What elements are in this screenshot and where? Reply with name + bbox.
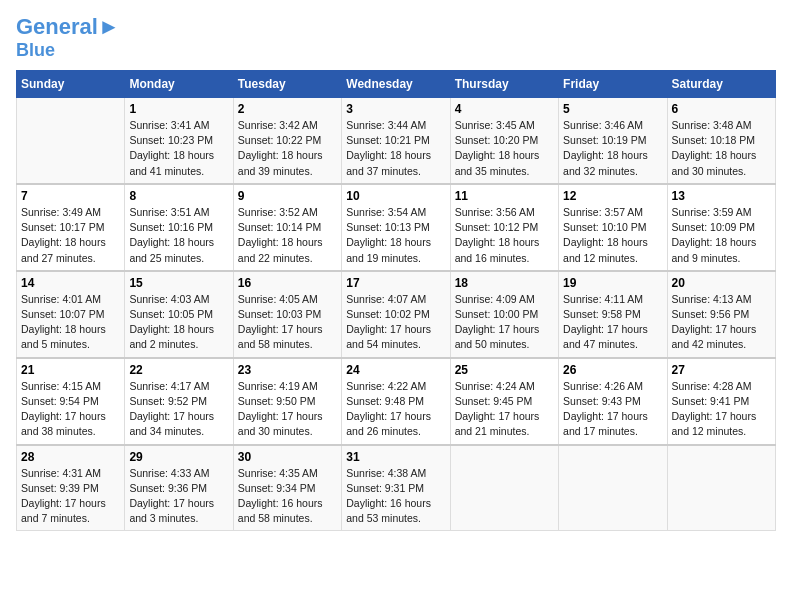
day-info: Sunrise: 3:44 AM Sunset: 10:21 PM Daylig… bbox=[346, 118, 445, 179]
day-info: Sunrise: 4:09 AM Sunset: 10:00 PM Daylig… bbox=[455, 292, 554, 353]
calendar-cell: 1Sunrise: 3:41 AM Sunset: 10:23 PM Dayli… bbox=[125, 98, 233, 184]
day-info: Sunrise: 3:41 AM Sunset: 10:23 PM Daylig… bbox=[129, 118, 228, 179]
calendar-cell: 26Sunrise: 4:26 AM Sunset: 9:43 PM Dayli… bbox=[559, 358, 667, 445]
calendar-cell: 15Sunrise: 4:03 AM Sunset: 10:05 PM Dayl… bbox=[125, 271, 233, 358]
calendar-cell: 12Sunrise: 3:57 AM Sunset: 10:10 PM Dayl… bbox=[559, 184, 667, 271]
day-number: 14 bbox=[21, 276, 120, 290]
day-number: 27 bbox=[672, 363, 771, 377]
day-number: 9 bbox=[238, 189, 337, 203]
calendar-cell: 18Sunrise: 4:09 AM Sunset: 10:00 PM Dayl… bbox=[450, 271, 558, 358]
day-number: 22 bbox=[129, 363, 228, 377]
day-number: 12 bbox=[563, 189, 662, 203]
calendar-cell bbox=[450, 445, 558, 531]
calendar-cell: 7Sunrise: 3:49 AM Sunset: 10:17 PM Dayli… bbox=[17, 184, 125, 271]
day-number: 20 bbox=[672, 276, 771, 290]
day-number: 2 bbox=[238, 102, 337, 116]
day-info: Sunrise: 3:52 AM Sunset: 10:14 PM Daylig… bbox=[238, 205, 337, 266]
header-monday: Monday bbox=[125, 71, 233, 98]
day-number: 21 bbox=[21, 363, 120, 377]
day-info: Sunrise: 3:54 AM Sunset: 10:13 PM Daylig… bbox=[346, 205, 445, 266]
calendar-cell: 9Sunrise: 3:52 AM Sunset: 10:14 PM Dayli… bbox=[233, 184, 341, 271]
day-number: 6 bbox=[672, 102, 771, 116]
day-info: Sunrise: 3:49 AM Sunset: 10:17 PM Daylig… bbox=[21, 205, 120, 266]
day-number: 25 bbox=[455, 363, 554, 377]
day-info: Sunrise: 4:38 AM Sunset: 9:31 PM Dayligh… bbox=[346, 466, 445, 527]
week-row-2: 7Sunrise: 3:49 AM Sunset: 10:17 PM Dayli… bbox=[17, 184, 776, 271]
day-info: Sunrise: 3:42 AM Sunset: 10:22 PM Daylig… bbox=[238, 118, 337, 179]
day-number: 5 bbox=[563, 102, 662, 116]
day-number: 10 bbox=[346, 189, 445, 203]
calendar-cell: 25Sunrise: 4:24 AM Sunset: 9:45 PM Dayli… bbox=[450, 358, 558, 445]
header-wednesday: Wednesday bbox=[342, 71, 450, 98]
logo-general: General bbox=[16, 14, 98, 39]
calendar-cell: 5Sunrise: 3:46 AM Sunset: 10:19 PM Dayli… bbox=[559, 98, 667, 184]
calendar-cell bbox=[559, 445, 667, 531]
day-info: Sunrise: 4:01 AM Sunset: 10:07 PM Daylig… bbox=[21, 292, 120, 353]
calendar-cell: 11Sunrise: 3:56 AM Sunset: 10:12 PM Dayl… bbox=[450, 184, 558, 271]
day-number: 13 bbox=[672, 189, 771, 203]
day-number: 26 bbox=[563, 363, 662, 377]
day-number: 24 bbox=[346, 363, 445, 377]
day-number: 17 bbox=[346, 276, 445, 290]
day-number: 23 bbox=[238, 363, 337, 377]
week-row-1: 1Sunrise: 3:41 AM Sunset: 10:23 PM Dayli… bbox=[17, 98, 776, 184]
logo: General► Blue bbox=[16, 16, 120, 60]
header-thursday: Thursday bbox=[450, 71, 558, 98]
day-info: Sunrise: 4:31 AM Sunset: 9:39 PM Dayligh… bbox=[21, 466, 120, 527]
calendar-cell: 17Sunrise: 4:07 AM Sunset: 10:02 PM Dayl… bbox=[342, 271, 450, 358]
day-info: Sunrise: 4:05 AM Sunset: 10:03 PM Daylig… bbox=[238, 292, 337, 353]
calendar-table: SundayMondayTuesdayWednesdayThursdayFrid… bbox=[16, 70, 776, 531]
day-number: 29 bbox=[129, 450, 228, 464]
day-info: Sunrise: 4:26 AM Sunset: 9:43 PM Dayligh… bbox=[563, 379, 662, 440]
day-info: Sunrise: 4:11 AM Sunset: 9:58 PM Dayligh… bbox=[563, 292, 662, 353]
day-number: 7 bbox=[21, 189, 120, 203]
calendar-cell: 21Sunrise: 4:15 AM Sunset: 9:54 PM Dayli… bbox=[17, 358, 125, 445]
day-number: 16 bbox=[238, 276, 337, 290]
day-info: Sunrise: 3:59 AM Sunset: 10:09 PM Daylig… bbox=[672, 205, 771, 266]
calendar-cell: 29Sunrise: 4:33 AM Sunset: 9:36 PM Dayli… bbox=[125, 445, 233, 531]
day-number: 8 bbox=[129, 189, 228, 203]
logo-blue-text: Blue bbox=[16, 40, 55, 60]
day-info: Sunrise: 3:56 AM Sunset: 10:12 PM Daylig… bbox=[455, 205, 554, 266]
calendar-cell: 20Sunrise: 4:13 AM Sunset: 9:56 PM Dayli… bbox=[667, 271, 775, 358]
header-saturday: Saturday bbox=[667, 71, 775, 98]
calendar-cell: 30Sunrise: 4:35 AM Sunset: 9:34 PM Dayli… bbox=[233, 445, 341, 531]
calendar-cell: 14Sunrise: 4:01 AM Sunset: 10:07 PM Dayl… bbox=[17, 271, 125, 358]
calendar-cell bbox=[17, 98, 125, 184]
calendar-cell: 13Sunrise: 3:59 AM Sunset: 10:09 PM Dayl… bbox=[667, 184, 775, 271]
day-info: Sunrise: 4:28 AM Sunset: 9:41 PM Dayligh… bbox=[672, 379, 771, 440]
calendar-cell: 10Sunrise: 3:54 AM Sunset: 10:13 PM Dayl… bbox=[342, 184, 450, 271]
day-info: Sunrise: 3:51 AM Sunset: 10:16 PM Daylig… bbox=[129, 205, 228, 266]
day-number: 15 bbox=[129, 276, 228, 290]
day-info: Sunrise: 3:57 AM Sunset: 10:10 PM Daylig… bbox=[563, 205, 662, 266]
calendar-cell: 27Sunrise: 4:28 AM Sunset: 9:41 PM Dayli… bbox=[667, 358, 775, 445]
day-info: Sunrise: 4:22 AM Sunset: 9:48 PM Dayligh… bbox=[346, 379, 445, 440]
page-header: General► Blue bbox=[16, 16, 776, 60]
calendar-cell: 4Sunrise: 3:45 AM Sunset: 10:20 PM Dayli… bbox=[450, 98, 558, 184]
day-info: Sunrise: 4:15 AM Sunset: 9:54 PM Dayligh… bbox=[21, 379, 120, 440]
calendar-cell: 6Sunrise: 3:48 AM Sunset: 10:18 PM Dayli… bbox=[667, 98, 775, 184]
calendar-cell: 3Sunrise: 3:44 AM Sunset: 10:21 PM Dayli… bbox=[342, 98, 450, 184]
day-number: 30 bbox=[238, 450, 337, 464]
logo-text: General► Blue bbox=[16, 16, 120, 60]
day-number: 18 bbox=[455, 276, 554, 290]
day-info: Sunrise: 4:13 AM Sunset: 9:56 PM Dayligh… bbox=[672, 292, 771, 353]
week-row-3: 14Sunrise: 4:01 AM Sunset: 10:07 PM Dayl… bbox=[17, 271, 776, 358]
calendar-cell: 8Sunrise: 3:51 AM Sunset: 10:16 PM Dayli… bbox=[125, 184, 233, 271]
header-tuesday: Tuesday bbox=[233, 71, 341, 98]
day-info: Sunrise: 3:45 AM Sunset: 10:20 PM Daylig… bbox=[455, 118, 554, 179]
day-number: 4 bbox=[455, 102, 554, 116]
day-info: Sunrise: 4:24 AM Sunset: 9:45 PM Dayligh… bbox=[455, 379, 554, 440]
calendar-cell: 22Sunrise: 4:17 AM Sunset: 9:52 PM Dayli… bbox=[125, 358, 233, 445]
day-info: Sunrise: 4:03 AM Sunset: 10:05 PM Daylig… bbox=[129, 292, 228, 353]
day-info: Sunrise: 3:48 AM Sunset: 10:18 PM Daylig… bbox=[672, 118, 771, 179]
calendar-cell: 19Sunrise: 4:11 AM Sunset: 9:58 PM Dayli… bbox=[559, 271, 667, 358]
day-info: Sunrise: 4:17 AM Sunset: 9:52 PM Dayligh… bbox=[129, 379, 228, 440]
week-row-4: 21Sunrise: 4:15 AM Sunset: 9:54 PM Dayli… bbox=[17, 358, 776, 445]
week-row-5: 28Sunrise: 4:31 AM Sunset: 9:39 PM Dayli… bbox=[17, 445, 776, 531]
day-number: 11 bbox=[455, 189, 554, 203]
calendar-cell: 24Sunrise: 4:22 AM Sunset: 9:48 PM Dayli… bbox=[342, 358, 450, 445]
day-info: Sunrise: 3:46 AM Sunset: 10:19 PM Daylig… bbox=[563, 118, 662, 179]
calendar-cell bbox=[667, 445, 775, 531]
calendar-cell: 31Sunrise: 4:38 AM Sunset: 9:31 PM Dayli… bbox=[342, 445, 450, 531]
